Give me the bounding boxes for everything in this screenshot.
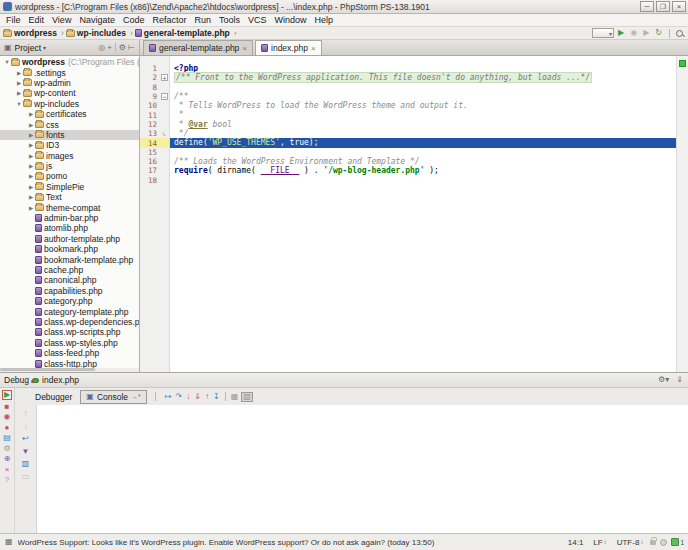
menu-tools[interactable]: Tools (215, 15, 244, 25)
tree-item-bookmark-template-php[interactable]: bookmark-template.php (0, 254, 139, 264)
stack-up-icon[interactable]: ↑ (23, 410, 29, 418)
code-line-18[interactable] (170, 176, 676, 185)
locate-icon[interactable]: ◎ (97, 44, 106, 52)
project-panel-title[interactable]: Project (15, 43, 41, 53)
tree-item-pomo[interactable]: ▶pomo (0, 171, 139, 181)
stack-down-icon[interactable]: ↓ (23, 423, 29, 431)
close-icon[interactable]: × (4, 466, 11, 474)
tree-item-class-feed-php[interactable]: class-feed.php (0, 348, 139, 358)
fold-marker-icon[interactable]: + (160, 74, 169, 81)
fold-marker-icon[interactable]: − (160, 93, 169, 100)
close-tab-icon[interactable]: × (311, 44, 316, 53)
chevron-collapsed-icon[interactable]: ▶ (15, 90, 23, 96)
scrollbar-thumb[interactable] (0, 368, 95, 371)
code-line-16[interactable]: /** Loads the WordPress Environment and … (170, 157, 676, 166)
breadcrumb-wp-includes[interactable]: wp-includes› (66, 28, 133, 38)
chevron-collapsed-icon[interactable]: ▶ (27, 132, 35, 138)
hide-window-icon[interactable]: ⇓ (675, 376, 684, 384)
hector-inspector-icon[interactable] (660, 539, 667, 546)
tree-item-atomlib-php[interactable]: atomlib.php (0, 223, 139, 233)
menu-file[interactable]: File (2, 15, 25, 25)
code-line-8[interactable] (170, 83, 676, 92)
tree-item-theme-compat[interactable]: ▶theme-compat (0, 202, 139, 212)
code-line-2[interactable]: /** Front to the WordPress application. … (170, 73, 676, 82)
breadcrumb-wordpress[interactable]: wordpress› (3, 28, 64, 38)
editor-code-area[interactable]: <?php/** Front to the WordPress applicat… (170, 56, 676, 372)
restore-layout-icon[interactable]: ▤ (2, 434, 12, 442)
tree-item-capabilities-php[interactable]: capabilities.php (0, 286, 139, 296)
step-out-icon[interactable]: ↑ (204, 393, 210, 401)
code-line-11[interactable]: * (170, 110, 676, 119)
tree-item-wordpress[interactable]: ▼wordpress(C:\Program Files (x86)\Zend\ (0, 57, 139, 67)
code-line-13[interactable]: */ (170, 129, 676, 138)
close-tab-icon[interactable]: × (242, 44, 247, 53)
clear-all-icon[interactable]: ▭ (21, 473, 31, 481)
line-separator-selector[interactable]: LF ↕ (590, 538, 609, 547)
console-output[interactable] (37, 405, 688, 533)
view-breakpoints-icon[interactable]: ◉ (3, 413, 12, 421)
coverage-icon[interactable]: ▶ (642, 29, 650, 37)
gear-icon[interactable]: ⚙ (118, 44, 127, 52)
tree-item-class-wp-scripts-php[interactable]: class.wp-scripts.php (0, 327, 139, 337)
run-to-cursor-icon[interactable]: ↧ (212, 393, 221, 401)
tree-item-certificates[interactable]: ▶certificates (0, 109, 139, 119)
layout-settings-icon[interactable]: ▧ (241, 392, 253, 402)
encoding-selector[interactable]: UTF-8 ↕ (614, 538, 647, 547)
chevron-collapsed-icon[interactable]: ▶ (27, 173, 35, 179)
pin-icon[interactable]: ⊕ (3, 455, 12, 463)
chevron-collapsed-icon[interactable]: ▶ (27, 163, 35, 169)
chevron-collapsed-icon[interactable]: ▶ (27, 122, 35, 128)
chevron-collapsed-icon[interactable]: ▶ (27, 153, 35, 159)
menu-run[interactable]: Run (190, 15, 215, 25)
menu-edit[interactable]: Edit (25, 15, 49, 25)
tree-item-category-template-php[interactable]: category-template.php (0, 306, 139, 316)
tree-item-css[interactable]: ▶css (0, 119, 139, 129)
tree-item-wp-admin[interactable]: ▶wp-admin (0, 78, 139, 88)
tree-item-wp-content[interactable]: ▶wp-content (0, 88, 139, 98)
chevron-collapsed-icon[interactable]: ▶ (15, 70, 23, 76)
step-into-icon[interactable]: ↓ (185, 393, 191, 401)
run-config-combo[interactable]: ▾ (592, 28, 614, 38)
tree-item-cache-php[interactable]: cache.php (0, 265, 139, 275)
gear-icon[interactable]: ⚙▾ (657, 376, 670, 384)
inspection-status-icon[interactable] (679, 60, 686, 67)
evaluate-expression-icon[interactable]: ▦ (230, 393, 240, 401)
tree-item-id3[interactable]: ▶ID3 (0, 140, 139, 150)
run-icon[interactable]: ▶ (617, 29, 625, 37)
tab-general-template-php[interactable]: general-template.php× (143, 40, 253, 55)
restore-button[interactable]: ❐ (656, 1, 670, 12)
hide-panel-icon[interactable]: ⊢ (127, 44, 136, 52)
tree-item-text[interactable]: ▶Text (0, 192, 139, 202)
tree-item-class-wp-styles-php[interactable]: class.wp-styles.php (0, 338, 139, 348)
tree-item-author-template-php[interactable]: author-template.php (0, 234, 139, 244)
tree-item-fonts[interactable]: ▶fonts (0, 130, 139, 140)
sync-icon[interactable]: ↻ (654, 29, 663, 37)
scroll-to-end-icon[interactable]: ▼ (21, 448, 31, 456)
toolwindow-switcher-icon[interactable]: ▦ (4, 538, 14, 546)
chevron-collapsed-icon[interactable]: ▶ (27, 194, 35, 200)
print-icon[interactable]: ▥ (21, 460, 31, 468)
chevron-expanded-icon[interactable]: ▼ (15, 101, 23, 107)
tree-item-canonical-php[interactable]: canonical.php (0, 275, 139, 285)
chevron-down-icon[interactable]: ▾ (43, 44, 46, 51)
editor-marker-bar[interactable] (676, 56, 688, 372)
mute-breakpoints-icon[interactable]: ● (4, 424, 11, 432)
code-line-15[interactable] (170, 148, 676, 157)
fold-collapse-icon[interactable]: − (161, 93, 168, 100)
tree-item-images[interactable]: ▶images (0, 151, 139, 161)
expand-icon[interactable]: + (106, 44, 113, 52)
search-icon[interactable] (676, 30, 683, 37)
code-line-14[interactable]: define('WP_USE_THEMES', true); (170, 138, 676, 147)
tree-item-simplepie[interactable]: ▶SimplePie (0, 182, 139, 192)
code-line-17[interactable]: require( dirname( __FILE__ ) . '/wp-blog… (170, 166, 676, 175)
code-line-12[interactable]: * @var bool (170, 120, 676, 129)
debug-icon[interactable]: ◉ (629, 29, 638, 37)
fold-marker-icon[interactable]: ∟ (160, 130, 169, 137)
chevron-collapsed-icon[interactable]: ▶ (27, 205, 35, 211)
help-icon[interactable]: ? (4, 476, 10, 484)
show-execution-point-icon[interactable]: ↦ (164, 393, 173, 401)
tab-index-php[interactable]: index.php× (255, 40, 322, 55)
chevron-collapsed-icon[interactable]: ▶ (27, 142, 35, 148)
code-line-9[interactable]: /** (170, 92, 676, 101)
chevron-collapsed-icon[interactable]: ▶ (15, 80, 23, 86)
